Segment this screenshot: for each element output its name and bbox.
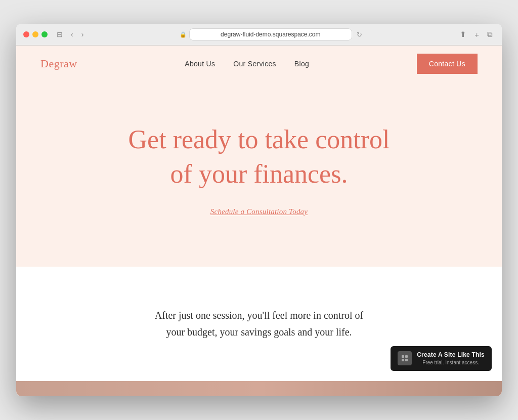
badge-main-text: Create A Site Like This bbox=[417, 351, 485, 359]
lock-icon: 🔒 bbox=[180, 31, 187, 38]
forward-button[interactable]: › bbox=[79, 30, 86, 39]
contact-us-button[interactable]: Contact Us bbox=[417, 54, 478, 74]
body-text: After just one session, you'll feel more… bbox=[148, 307, 370, 341]
nav-link-blog[interactable]: Blog bbox=[294, 60, 309, 68]
browser-window: ⊟ ‹ › 🔒 ↻ ⬆ + ⧉ Degraw About Us Our Serv… bbox=[16, 24, 502, 396]
browser-actions: ⬆ + ⧉ bbox=[458, 29, 495, 40]
minimize-button[interactable] bbox=[32, 31, 38, 37]
hero-section: Get ready to take control of your financ… bbox=[16, 82, 502, 266]
badge-sub-text: Free trial. Instant access. bbox=[417, 359, 485, 366]
window-mode-button[interactable]: ⊟ bbox=[55, 30, 65, 39]
svg-rect-3 bbox=[405, 359, 408, 361]
hero-title: Get ready to take control of your financ… bbox=[117, 122, 401, 191]
browser-controls: ⊟ ‹ › bbox=[55, 30, 85, 39]
traffic-lights bbox=[23, 31, 48, 37]
bottom-image-strip bbox=[16, 381, 502, 396]
duplicate-button[interactable]: ⧉ bbox=[485, 29, 495, 40]
badge-text-container: Create A Site Like This Free trial. Inst… bbox=[417, 351, 485, 366]
site-content: Degraw About Us Our Services Blog Contac… bbox=[16, 46, 502, 396]
back-button[interactable]: ‹ bbox=[69, 30, 75, 39]
maximize-button[interactable] bbox=[41, 31, 48, 37]
nav-links: About Us Our Services Blog bbox=[185, 60, 309, 68]
hero-cta-link[interactable]: Schedule a Consultation Today bbox=[210, 207, 308, 216]
address-bar: 🔒 ↻ bbox=[91, 29, 453, 40]
share-button[interactable]: ⬆ bbox=[458, 29, 468, 40]
url-input[interactable] bbox=[190, 29, 352, 40]
squarespace-icon bbox=[398, 351, 412, 365]
svg-rect-0 bbox=[402, 355, 404, 358]
svg-rect-1 bbox=[405, 355, 408, 358]
site-nav: Degraw About Us Our Services Blog Contac… bbox=[16, 46, 502, 82]
nav-link-about[interactable]: About Us bbox=[185, 60, 215, 68]
close-button[interactable] bbox=[23, 31, 29, 37]
squarespace-badge[interactable]: Create A Site Like This Free trial. Inst… bbox=[391, 346, 492, 371]
body-section: After just one session, you'll feel more… bbox=[16, 267, 502, 381]
browser-chrome: ⊟ ‹ › 🔒 ↻ ⬆ + ⧉ bbox=[16, 24, 502, 46]
svg-rect-2 bbox=[402, 359, 404, 361]
nav-link-services[interactable]: Our Services bbox=[233, 60, 276, 68]
new-tab-button[interactable]: + bbox=[472, 29, 481, 40]
site-logo: Degraw bbox=[40, 57, 77, 70]
reload-button[interactable]: ↻ bbox=[355, 30, 364, 39]
